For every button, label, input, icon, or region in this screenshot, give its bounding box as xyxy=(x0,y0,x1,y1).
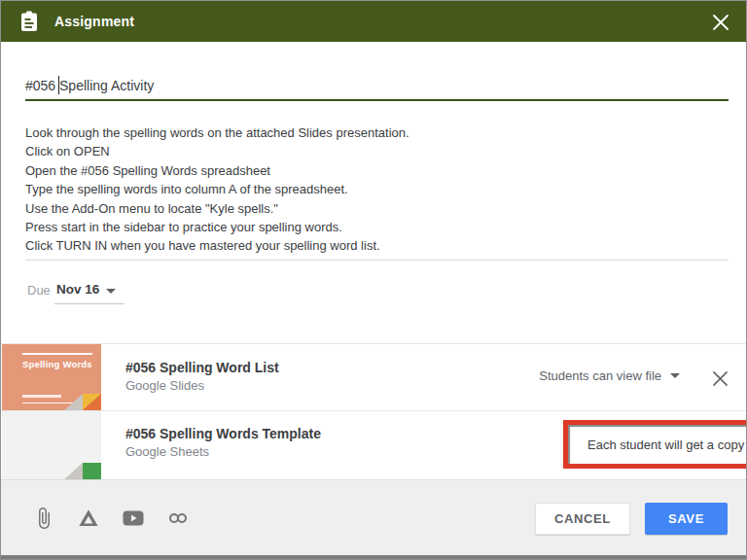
chevron-down-icon xyxy=(670,373,680,378)
drive-icon[interactable] xyxy=(77,507,100,530)
attachment-title: #056 Spelling Word List xyxy=(125,360,279,375)
description-line: Press start in the sidebar to practice y… xyxy=(25,218,706,236)
save-button[interactable]: SAVE xyxy=(645,503,728,535)
slides-thumbnail: Spelling Words xyxy=(2,344,101,410)
dialog-title: Assignment xyxy=(54,1,134,42)
due-date-dropdown[interactable]: Nov 16 xyxy=(56,282,99,297)
attachment-row-divider xyxy=(1,410,747,411)
link-icon[interactable] xyxy=(166,507,190,530)
description-line: Click TURN IN when you have mastered you… xyxy=(25,236,706,255)
description-line: Click on OPEN xyxy=(25,142,706,160)
attachment-subtitle: Google Slides xyxy=(125,378,204,393)
text-cursor xyxy=(58,76,59,94)
paperclip-icon[interactable] xyxy=(32,507,55,530)
attachment-subtitle: Google Sheets xyxy=(125,444,209,459)
folded-corner-icon xyxy=(64,463,101,479)
window-bottom-edge xyxy=(1,555,747,560)
sheets-thumbnail xyxy=(2,411,101,479)
attachment-title: #056 Spelling Words Template xyxy=(125,426,321,441)
red-annotation-box: Each student will get a copy xyxy=(563,420,747,469)
remove-attachment-icon[interactable] xyxy=(709,368,730,389)
dialog-header: Assignment xyxy=(1,1,746,42)
due-underline xyxy=(54,303,124,304)
description-line: Open the #056 Spelling Words spreadsheet xyxy=(25,161,706,180)
thumbnail-subtext xyxy=(22,395,61,399)
title-underline xyxy=(25,99,729,101)
thumbnail-title: Spelling Words xyxy=(22,359,92,369)
description-field[interactable]: Look through the spelling words on the a… xyxy=(25,123,706,256)
permission-label: Students can view file xyxy=(539,368,661,383)
assignment-title-text: #056 Spelling Activity xyxy=(25,78,154,93)
permission-dropdown[interactable]: Students can view file xyxy=(539,368,680,383)
folded-corner-icon xyxy=(64,394,101,410)
chevron-down-icon xyxy=(106,289,116,294)
cancel-button[interactable]: CANCEL xyxy=(535,503,630,535)
attachments-divider xyxy=(1,343,747,344)
dialog-footer xyxy=(1,479,747,555)
assignment-clipboard-icon xyxy=(18,10,41,37)
description-line: Look through the spelling words on the a… xyxy=(25,123,706,142)
description-line: Type the spelling words into column A of… xyxy=(25,180,706,198)
due-label: Due xyxy=(27,283,51,298)
youtube-icon[interactable] xyxy=(122,507,145,530)
permission-label[interactable]: Each student will get a copy xyxy=(587,438,744,452)
close-icon[interactable] xyxy=(708,10,733,35)
thumbnail-rule xyxy=(22,353,92,355)
description-line: Use the Add-On menu to locate "Kyle spel… xyxy=(25,199,706,218)
assignment-title-input[interactable]: #056 Spelling Activity xyxy=(25,78,729,97)
description-underline xyxy=(25,260,729,261)
assignment-dialog: Assignment #056 Spelling Activity Look t… xyxy=(0,0,747,560)
